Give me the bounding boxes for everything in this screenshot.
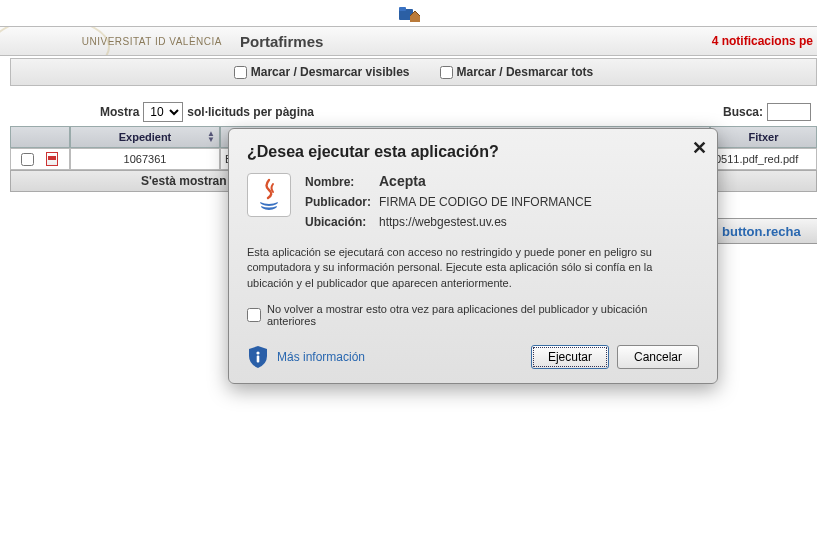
page-title: Portafirmes bbox=[230, 33, 712, 50]
row-checkbox[interactable] bbox=[21, 153, 34, 166]
col-expedient[interactable]: Expedient ▲▼ bbox=[70, 126, 220, 148]
search-label: Busca: bbox=[723, 105, 763, 119]
publisher-value: FIRMA DE CODIGO DE INFORMANCE bbox=[379, 195, 592, 209]
cell-expedient: 1067361 bbox=[70, 148, 220, 170]
col-fitxer[interactable]: Fitxer bbox=[710, 126, 817, 148]
table-controls: Mostra 10 sol·licituds per pàgina Busca: bbox=[10, 100, 817, 124]
mark-all-label: Marcar / Desmarcar tots bbox=[457, 65, 594, 79]
mark-all-toggle[interactable]: Marcar / Desmarcar tots bbox=[440, 65, 594, 79]
bulk-actions-bar: Marcar / Desmarcar visibles Marcar / Des… bbox=[10, 58, 817, 86]
reject-button[interactable]: button.recha bbox=[717, 218, 817, 244]
app-home-icon bbox=[398, 2, 420, 25]
page-size-select[interactable]: 10 bbox=[143, 102, 183, 122]
more-info-link[interactable]: Más información bbox=[277, 350, 365, 364]
mark-visible-checkbox[interactable] bbox=[234, 66, 247, 79]
security-warning: Esta aplicación se ejecutará con acceso … bbox=[247, 245, 699, 291]
per-page-label: sol·licituds per pàgina bbox=[187, 105, 314, 119]
location-value: https://webgestest.uv.es bbox=[379, 215, 507, 229]
pdf-icon[interactable] bbox=[46, 152, 58, 166]
run-button[interactable]: Ejecutar bbox=[531, 345, 609, 369]
name-label: Nombre: bbox=[305, 175, 379, 189]
close-icon[interactable]: ✕ bbox=[692, 137, 707, 159]
mark-visible-toggle[interactable]: Marcar / Desmarcar visibles bbox=[234, 65, 410, 79]
notifications-count[interactable]: 4 notificacions pe bbox=[712, 34, 817, 48]
java-security-dialog: ✕ ¿Desea ejecutar esta aplicación? Nombr… bbox=[228, 128, 718, 384]
info-shield-icon bbox=[247, 345, 269, 369]
java-icon bbox=[247, 173, 291, 217]
mark-all-checkbox[interactable] bbox=[440, 66, 453, 79]
search-input[interactable] bbox=[767, 103, 811, 121]
remember-choice[interactable]: No volver a mostrar esto otra vez para a… bbox=[247, 303, 699, 327]
university-logo: UNIVERSITAT ID VALÈNCIA bbox=[0, 27, 230, 55]
show-label: Mostra bbox=[100, 105, 139, 119]
svg-rect-3 bbox=[257, 356, 260, 363]
mark-visible-label: Marcar / Desmarcar visibles bbox=[251, 65, 410, 79]
cancel-button[interactable]: Cancelar bbox=[617, 345, 699, 369]
sort-icon[interactable]: ▲▼ bbox=[207, 131, 215, 143]
app-name-value: Acepta bbox=[379, 173, 426, 189]
publisher-label: Publicador: bbox=[305, 195, 379, 209]
remember-label: No volver a mostrar esto otra vez para a… bbox=[267, 303, 699, 327]
remember-checkbox[interactable] bbox=[247, 308, 261, 322]
location-label: Ubicación: bbox=[305, 215, 379, 229]
svg-rect-1 bbox=[399, 7, 406, 11]
cell-fitxer[interactable]: 0511.pdf_red.pdf bbox=[710, 148, 817, 170]
app-header: UNIVERSITAT ID VALÈNCIA Portafirmes 4 no… bbox=[0, 26, 817, 56]
col-select bbox=[10, 126, 70, 148]
svg-point-2 bbox=[256, 352, 259, 355]
dialog-title: ¿Desea ejecutar esta aplicación? bbox=[247, 143, 699, 161]
